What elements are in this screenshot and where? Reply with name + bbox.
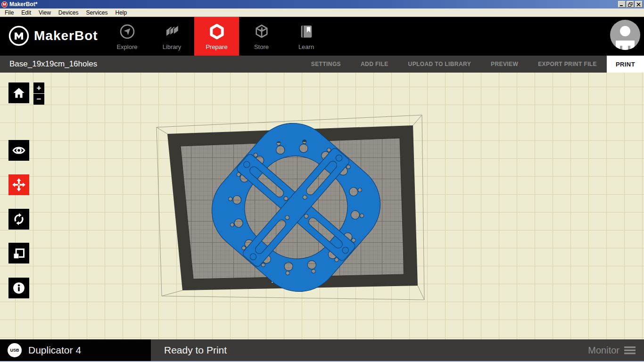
menu-services[interactable]: Services <box>83 9 112 16</box>
library-stack-icon <box>164 23 181 40</box>
zoom-out-button[interactable]: − <box>33 94 44 105</box>
store-cube-icon <box>253 23 270 40</box>
rotate-tool-button[interactable] <box>8 209 29 230</box>
app-header: MakerBot Explore Library <box>0 17 644 56</box>
makerbot-emblem-icon <box>8 25 29 46</box>
learn-book-icon <box>298 23 315 40</box>
export-print-file-button[interactable]: EXPORT PRINT FILE <box>528 61 607 67</box>
close-icon <box>636 2 641 7</box>
nav-label: Learn <box>298 43 314 50</box>
info-tool-button[interactable] <box>8 278 29 298</box>
move-arrows-icon <box>11 177 26 192</box>
rotate-arrows-icon <box>12 212 26 226</box>
app-icon: M <box>1 1 8 8</box>
info-icon <box>12 281 26 295</box>
print-button[interactable]: PRINT <box>607 56 644 73</box>
zoom-in-button[interactable]: + <box>33 82 44 93</box>
device-selector[interactable]: USB Duplicator 4 <box>0 339 151 361</box>
user-avatar[interactable] <box>610 20 640 50</box>
upload-to-library-button[interactable]: UPLOAD TO LIBRARY <box>398 61 481 67</box>
window-title: MakerBot* <box>9 1 618 8</box>
eye-icon <box>12 143 26 157</box>
device-name: Duplicator 4 <box>28 345 81 356</box>
nav-prepare[interactable]: Prepare <box>194 17 239 56</box>
move-tool-button[interactable] <box>8 174 29 195</box>
avatar-person-icon <box>610 20 640 50</box>
home-icon <box>12 86 25 99</box>
home-view-button[interactable] <box>8 82 29 103</box>
nav-label: Prepare <box>206 43 227 50</box>
add-file-button[interactable]: ADD FILE <box>351 61 398 67</box>
settings-button[interactable]: SETTINGS <box>301 61 351 67</box>
scale-tool-button[interactable] <box>8 243 29 263</box>
menu-devices[interactable]: Devices <box>55 9 83 16</box>
monitor-label: Monitor <box>588 345 619 356</box>
menu-view[interactable]: View <box>35 9 55 16</box>
main-nav: Explore Library Prepare <box>105 17 329 56</box>
view-tool-button[interactable] <box>8 140 29 161</box>
nav-library[interactable]: Library <box>149 17 194 56</box>
scale-icon <box>12 247 25 260</box>
prepare-hexagon-icon <box>208 23 225 40</box>
hamburger-menu-icon <box>624 346 636 354</box>
minimize-icon <box>619 2 624 7</box>
monitor-button[interactable]: Monitor <box>588 345 644 356</box>
nav-label: Store <box>254 43 269 50</box>
makerbot-logo: MakerBot <box>8 25 98 46</box>
printer-status: Ready to Print <box>151 345 588 356</box>
window-titlebar[interactable]: M MakerBot* <box>0 0 644 8</box>
menu-edit[interactable]: Edit <box>17 9 35 16</box>
document-toolbar: Base_19x19cm_16holes SETTINGS ADD FILE U… <box>0 56 644 73</box>
nav-learn[interactable]: Learn <box>284 17 329 56</box>
minimize-button[interactable] <box>618 1 626 8</box>
restore-icon <box>628 2 633 7</box>
build-plate-scene: MakerBot <box>0 73 644 339</box>
usb-connection-icon: USB <box>8 343 22 357</box>
close-button[interactable] <box>635 1 643 8</box>
restore-button[interactable] <box>627 1 634 8</box>
explore-compass-icon <box>119 23 136 40</box>
nav-label: Explore <box>116 43 137 50</box>
model-filename: Base_19x19cm_16holes <box>0 59 301 69</box>
nav-store[interactable]: Store <box>239 17 284 56</box>
viewport-3d[interactable]: MakerBot + − <box>0 73 644 339</box>
menu-file[interactable]: File <box>1 9 17 16</box>
nav-explore[interactable]: Explore <box>105 17 149 56</box>
menubar: File Edit View Devices Services Help <box>0 8 644 17</box>
menu-help[interactable]: Help <box>112 9 131 16</box>
status-bar: USB Duplicator 4 Ready to Print Monitor <box>0 339 644 361</box>
brand-wordmark: MakerBot <box>34 28 98 43</box>
nav-label: Library <box>163 43 182 50</box>
preview-button[interactable]: PREVIEW <box>481 61 528 67</box>
